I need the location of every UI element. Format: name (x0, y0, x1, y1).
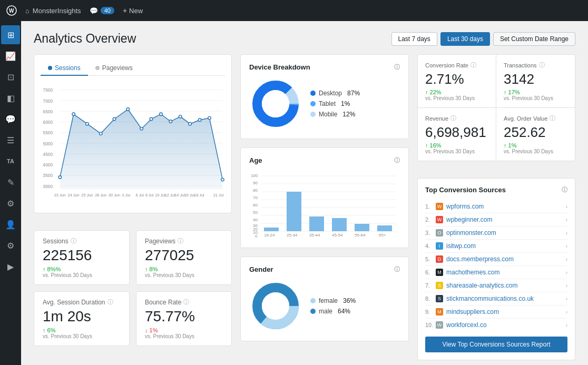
avg-session-info-icon[interactable]: ⓘ (107, 298, 113, 306)
svg-rect-76 (309, 216, 324, 231)
svg-text:W: W (9, 8, 14, 14)
pageviews-info-icon[interactable]: ⓘ (178, 237, 183, 245)
chart-tabs: Sessions Pageviews (41, 61, 225, 76)
tablet-dot (310, 101, 316, 106)
conv-chevron-icon: › (566, 243, 567, 249)
line-chart-area: 7500 7000 6500 6000 5500 5000 4500 4000 … (41, 80, 225, 206)
sidebar-icon-tools[interactable]: ⚙ (1, 194, 20, 213)
revenue-change: ↑ 16% (425, 142, 488, 149)
avg-order-info-icon[interactable]: ⓘ (550, 114, 555, 122)
nav-site[interactable]: ⌂ MonsterInsights (25, 7, 81, 15)
conversion-source-item[interactable]: 6. M machothemes.com › (425, 266, 567, 279)
legend-desktop: Desktop 87% (310, 90, 360, 97)
avg-order-box: Avg. Order Value ⓘ 252.62 ↑ 1% vs. Previ… (496, 108, 575, 161)
device-info-icon[interactable]: ⓘ (394, 63, 400, 71)
svg-point-34 (198, 119, 201, 122)
conversion-source-item[interactable]: 1. W wpforms.com › (425, 200, 567, 213)
stats-grid: Sessions ⓘ 225156 ↑ 8%% vs. Previous 30 … (34, 230, 232, 346)
conversion-source-item[interactable]: 3. O optinmonster.com › (425, 226, 567, 240)
sidebar-icon-posts[interactable]: ☰ (1, 131, 20, 150)
conversion-source-item[interactable]: 9. M mindsuppliers.com › (425, 305, 567, 319)
nav-new[interactable]: + New (123, 6, 143, 15)
sidebar-icon-user[interactable]: 👤 (1, 215, 20, 234)
view-report-button[interactable]: View Top Conversions Sources Report (425, 337, 567, 352)
bounce-vs: vs. Previous 30 Days (145, 333, 223, 339)
age-info-icon[interactable]: ⓘ (394, 156, 400, 164)
avg-session-value: 1m 20s (43, 308, 121, 325)
nav-comments[interactable]: 💬 40 (90, 7, 114, 15)
transactions-vs: vs. Previous 30 Days (504, 95, 567, 101)
btn-custom-date[interactable]: Set Custom Date Range (493, 32, 575, 46)
svg-point-31 (169, 120, 172, 123)
conv-chevron-icon: › (566, 257, 567, 262)
conversion-vs: vs. Previous 30 Days (425, 95, 488, 101)
pageviews-label: Pageviews ⓘ (145, 237, 223, 245)
transactions-info-icon[interactable]: ⓘ (539, 61, 545, 69)
conv-num: 9. (425, 309, 436, 315)
conversion-sources-info-icon[interactable]: ⓘ (562, 186, 567, 194)
age-bar-chart-area: 100 90 80 70 60 50 40 30 20 10 0 (249, 171, 400, 239)
conversion-info-icon[interactable]: ⓘ (471, 61, 476, 69)
svg-point-88 (262, 292, 289, 320)
bounce-label: Bounce Rate ⓘ (145, 298, 223, 306)
left-column: Sessions Pageviews (34, 54, 232, 346)
sidebar-icon-settings[interactable]: ⚙ (1, 236, 20, 255)
svg-text:4000: 4000 (43, 163, 53, 167)
svg-text:80: 80 (253, 188, 258, 193)
conversion-source-item[interactable]: 2. W wpbeginner.com › (425, 213, 567, 226)
svg-text:50: 50 (253, 210, 258, 215)
svg-text:40: 40 (253, 218, 258, 222)
conversion-source-item[interactable]: 4. I isitwp.com › (425, 240, 567, 253)
sessions-line-chart: 7500 7000 6500 6000 5500 5000 4500 4000 … (41, 80, 225, 206)
gender-legend: female 36% male 64% (310, 297, 356, 315)
page-title: Analytics Overview (34, 32, 136, 46)
svg-text:18-24: 18-24 (264, 233, 275, 238)
bounce-info-icon[interactable]: ⓘ (183, 298, 189, 306)
svg-text:35-44: 35-44 (309, 233, 320, 238)
conversion-value: 2.71% (425, 71, 488, 87)
svg-text:6 Jul: 6 Jul (136, 193, 144, 198)
svg-point-22 (58, 176, 62, 179)
tab-sessions[interactable]: Sessions (41, 61, 88, 76)
conversion-source-item[interactable]: 10. W workforcexl.co › (425, 319, 567, 331)
device-donut-chart (249, 77, 302, 130)
legend-male: male 64% (310, 308, 356, 315)
sidebar-icon-chat[interactable]: 💬 (1, 110, 20, 129)
mid-column: Device Breakdown ⓘ (240, 54, 409, 341)
btn-30days[interactable]: Last 30 days (440, 32, 490, 46)
svg-rect-78 (355, 224, 369, 231)
sidebar-icon-panel[interactable]: ◧ (1, 88, 20, 107)
sessions-info-icon[interactable]: ⓘ (71, 237, 76, 245)
sidebar-icon-dashboard[interactable]: ⊞ (1, 25, 20, 44)
revenue-vs: vs. Previous 30 Days (425, 149, 488, 154)
conversion-sources-card: Top Conversion Sources ⓘ 1. W wpforms.co… (417, 178, 575, 360)
page-header: Analytics Overview Last 7 days Last 30 d… (34, 32, 575, 46)
sessions-chart-card: Sessions Pageviews (34, 54, 232, 213)
transactions-label: Transactions ⓘ (504, 61, 567, 69)
conv-domain: optinmonster.com (446, 229, 566, 236)
conv-chevron-icon: › (566, 217, 567, 223)
svg-text:2 Jul: 2 Jul (122, 193, 131, 198)
female-dot (310, 298, 316, 303)
conv-domain: machothemes.com (446, 269, 566, 276)
svg-text:5500: 5500 (43, 131, 53, 135)
main-layout: ⊞ 📈 ⊡ ◧ 💬 ☰ TA ✎ ⚙ 👤 ⚙ ▶ Analytics Overv… (0, 21, 588, 365)
site-name: MonsterInsights (33, 7, 81, 15)
plus-icon: + (123, 6, 127, 15)
sidebar-icon-edit[interactable]: ✎ (1, 173, 20, 192)
conversion-source-item[interactable]: 7. S shareasale-analytics.com › (425, 279, 567, 292)
gender-info-icon[interactable]: ⓘ (394, 265, 400, 273)
conv-chevron-icon: › (566, 309, 567, 315)
conv-num: 10. (425, 322, 436, 328)
revenue-info-icon[interactable]: ⓘ (450, 114, 456, 122)
btn-7days[interactable]: Last 7 days (391, 32, 437, 46)
sidebar-icon-ta[interactable]: TA (1, 152, 20, 171)
sidebar-icon-play[interactable]: ▶ (1, 257, 20, 276)
conversion-source-item[interactable]: 5. D docs.memberpress.com › (425, 253, 567, 266)
svg-point-26 (113, 117, 116, 121)
sidebar-icon-chart[interactable]: 📈 (1, 46, 20, 65)
conversion-source-item[interactable]: 8. S stickmancommunications.co.uk › (425, 292, 567, 305)
tab-pageviews[interactable]: Pageviews (88, 61, 140, 76)
sidebar-icon-grid[interactable]: ⊡ (1, 67, 20, 86)
svg-text:100: 100 (251, 173, 258, 178)
